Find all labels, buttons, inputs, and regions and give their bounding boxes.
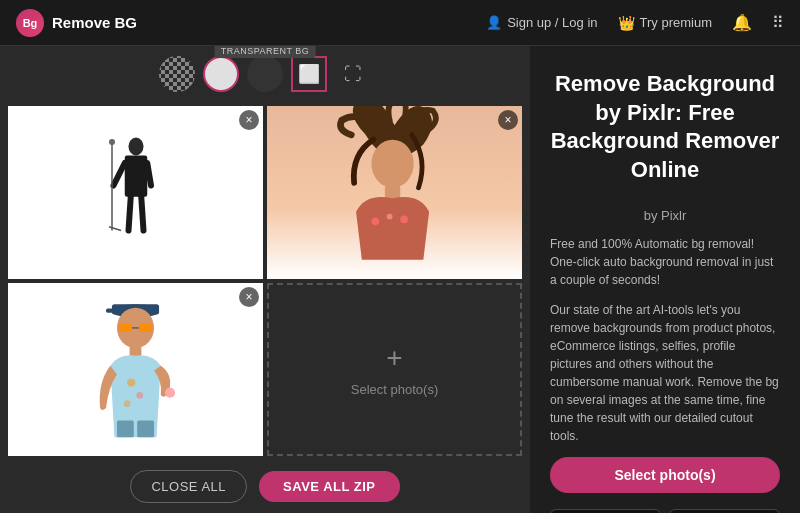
grid-icon[interactable]: ⠿: [772, 13, 784, 32]
right-panel: Remove Background by Pixlr: Free Backgro…: [530, 46, 800, 513]
svg-point-25: [124, 400, 131, 407]
close-button-3[interactable]: ×: [239, 287, 259, 307]
svg-point-11: [371, 217, 379, 225]
bottom-bar: CLOSE ALL SAVE ALL ZIP: [0, 460, 530, 513]
logo-text: Remove BG: [52, 14, 137, 31]
right-panel-title: Remove Background by Pixlr: Free Backgro…: [550, 70, 780, 184]
header-right: 👤 Sign up / Log in 👑 Try premium 🔔 ⠿: [486, 13, 784, 32]
image-grid: ×: [0, 102, 530, 460]
premium-button[interactable]: 👑 Try premium: [618, 15, 712, 31]
image-cell-2: ×: [267, 106, 522, 279]
toolbar: TRANSPARENT BG ⬜ ⛶: [0, 46, 530, 102]
signin-label: Sign up / Log in: [507, 15, 597, 30]
main-content: TRANSPARENT BG ⬜ ⛶ ×: [0, 46, 800, 513]
close-button-2[interactable]: ×: [498, 110, 518, 130]
svg-rect-26: [117, 420, 134, 437]
google-play-button[interactable]: ▶ GET IT ON Google Play: [550, 509, 661, 513]
crop-option[interactable]: ⛶: [335, 56, 371, 92]
select-photos-text: Select photo(s): [351, 382, 438, 397]
logo-abbr: Bg: [23, 17, 38, 29]
svg-line-5: [141, 196, 143, 230]
image-cell-3: ×: [8, 283, 263, 456]
save-zip-button[interactable]: SAVE ALL ZIP: [259, 471, 399, 502]
svg-point-13: [400, 216, 408, 224]
premium-label: Try premium: [640, 15, 712, 30]
image-cell-1: ×: [8, 106, 263, 279]
svg-line-3: [147, 163, 151, 186]
svg-rect-18: [119, 323, 132, 331]
select-photos-button[interactable]: Select photo(s): [550, 457, 780, 493]
description-2: Our state of the art AI-tools let's you …: [550, 301, 780, 445]
svg-point-0: [128, 137, 143, 155]
svg-point-9: [371, 140, 413, 188]
svg-point-24: [136, 391, 143, 398]
svg-rect-19: [139, 323, 152, 331]
user-icon: 👤: [486, 15, 502, 30]
by-label: by Pixlr: [550, 208, 780, 223]
person-silhouette-1: [106, 133, 166, 253]
svg-rect-16: [106, 308, 119, 312]
svg-rect-27: [137, 420, 154, 437]
image-cell-empty[interactable]: + Select photo(s): [267, 283, 522, 456]
svg-line-7: [109, 226, 121, 230]
square-option[interactable]: ⬜: [291, 56, 327, 92]
svg-point-23: [127, 378, 135, 386]
svg-point-22: [165, 387, 175, 397]
toolbar-label: TRANSPARENT BG: [215, 46, 316, 58]
svg-line-2: [113, 163, 124, 186]
logo-area: Bg Remove BG: [16, 9, 486, 37]
close-button-1[interactable]: ×: [239, 110, 259, 130]
left-panel: TRANSPARENT BG ⬜ ⛶ ×: [0, 46, 530, 513]
description-1: Free and 100% Automatic bg removal! One-…: [550, 235, 780, 289]
svg-rect-1: [124, 155, 147, 196]
close-all-button[interactable]: CLOSE ALL: [130, 470, 247, 503]
signin-link[interactable]: 👤 Sign up / Log in: [486, 15, 597, 30]
transparent-bg-option[interactable]: [159, 56, 195, 92]
svg-point-8: [109, 139, 115, 145]
bell-icon[interactable]: 🔔: [732, 13, 752, 32]
crown-icon: 👑: [618, 15, 635, 31]
logo-icon: Bg: [16, 9, 44, 37]
app-store-button[interactable]: 🍎 Download on the App Store: [669, 509, 780, 513]
person-silhouette-3: [93, 290, 178, 450]
store-buttons: ▶ GET IT ON Google Play 🍎 Download on th…: [550, 509, 780, 513]
person-silhouette-2: [267, 106, 522, 279]
white-bg-option[interactable]: [203, 56, 239, 92]
svg-rect-10: [385, 185, 400, 199]
svg-point-12: [387, 214, 393, 220]
svg-line-4: [128, 196, 130, 230]
black-bg-option[interactable]: [247, 56, 283, 92]
add-photo-icon: +: [386, 342, 402, 374]
header: Bg Remove BG 👤 Sign up / Log in 👑 Try pr…: [0, 0, 800, 46]
